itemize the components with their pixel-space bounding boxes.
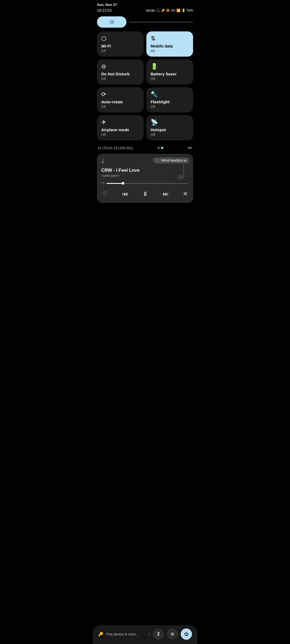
tile-flashlight[interactable]: 🔦 Flashlight Off — [146, 87, 193, 112]
tile-auto-rotate-title: Auto-rotate — [101, 100, 139, 104]
dnd-icon: ⊖ — [101, 64, 139, 69]
build-text: 13 (TD1A.221105.001) — [97, 146, 133, 150]
media-info: CRW - I Feel Love <unknown> — [101, 168, 189, 178]
headphone-icon: 🎧 — [156, 9, 160, 12]
tile-dnd-subtitle: Off — [101, 77, 139, 81]
tile-mobile-data-title: Mobile data — [151, 44, 189, 48]
quick-settings-grid: ⬡ Wi-Fi Off ⇅ Mobile data 4G ⊖ Do Not Di… — [93, 30, 197, 143]
auto-rotate-icon: ⟳ — [101, 92, 139, 97]
progress-fill — [107, 183, 123, 184]
mute-icon: 🔕 — [166, 9, 170, 12]
dot-2[interactable] — [161, 147, 163, 149]
flashlight-icon: 🔦 — [151, 92, 189, 97]
build-info-row: 13 (TD1A.221105.001) ✏ — [93, 143, 197, 153]
tile-auto-rotate-subtitle: Off — [101, 105, 139, 109]
media-title: CRW - I Feel Love — [101, 168, 189, 173]
battery-label: 54% — [187, 9, 193, 12]
progress-thumb — [122, 182, 124, 185]
tile-wifi[interactable]: ⬡ Wi-Fi Off — [97, 31, 144, 57]
media-controls: ♡ ⏮ ⏸ ⏭ ✕ — [101, 189, 189, 199]
tile-airplane[interactable]: ✈ Airplane mode Off — [97, 115, 144, 140]
progress-wave-icon: 〜 — [101, 181, 105, 186]
next-button[interactable]: ⏭ — [162, 189, 170, 199]
progress-bar[interactable] — [107, 183, 189, 184]
wifi-icon: ⬡ — [101, 36, 139, 42]
network-label: 4G — [171, 9, 175, 12]
vpn-key-icon: 🔑 — [161, 9, 165, 12]
like-button[interactable]: ♡ — [101, 189, 109, 199]
hotspot-icon: 📡 — [151, 119, 189, 125]
battery-icon: 🔋 — [182, 9, 186, 12]
tile-flashlight-subtitle: Off — [151, 105, 189, 109]
brightness-pill[interactable]: ⚙️ — [97, 16, 126, 28]
media-note-small-icon: ♩ — [101, 158, 104, 164]
tile-mobile-data-subtitle: 4G — [151, 49, 189, 53]
tile-wifi-subtitle: Off — [101, 49, 139, 53]
prev-button[interactable]: ⏮ — [121, 189, 129, 199]
tile-battery-saver-title: Battery Saver — [151, 72, 189, 76]
tile-auto-rotate[interactable]: ⟳ Auto-rotate Off — [97, 87, 144, 112]
brightness-track[interactable] — [129, 22, 193, 23]
time-display: 19:13:53 — [97, 8, 112, 13]
tile-battery-saver[interactable]: 🔋 Battery Saver Off — [146, 59, 193, 85]
dot-1[interactable] — [158, 147, 160, 149]
tile-hotspot-subtitle: Off — [151, 133, 189, 137]
page-dots — [158, 147, 163, 149]
battery-saver-icon: 🔋 — [151, 64, 189, 69]
headphone-badge-icon: 🎧 — [156, 159, 160, 162]
close-media-button[interactable]: ✕ — [182, 189, 189, 199]
brightness-icon: ⚙️ — [109, 19, 115, 25]
tile-airplane-title: Airplane mode — [101, 127, 139, 132]
tile-dnd[interactable]: ⊖ Do Not Disturb Off — [97, 59, 144, 85]
edit-icon[interactable]: ✏ — [188, 145, 193, 151]
pause-button[interactable]: ⏸ — [141, 189, 149, 199]
mobile-data-icon: ⇅ — [151, 36, 189, 42]
tile-mobile-data[interactable]: ⇅ Mobile data 4G — [146, 31, 193, 57]
airplane-icon: ✈ — [101, 119, 139, 125]
tile-dnd-title: Do Not Disturb — [101, 72, 139, 76]
carrier-label: WOM — [146, 9, 155, 13]
brightness-row: ⚙️ — [93, 14, 197, 30]
signal-icon: 📶 — [176, 9, 180, 12]
media-card: ♩ 🎧 Wired headphone ♩ CRW - I Feel Love … — [97, 154, 193, 203]
tile-airplane-subtitle: Off — [101, 133, 139, 137]
tile-flashlight-title: Flashlight — [151, 100, 189, 104]
media-artist: <unknown> — [101, 174, 189, 178]
date-display: Sun, Nov 27 — [97, 3, 193, 7]
tile-battery-saver-subtitle: Off — [151, 77, 189, 81]
tile-hotspot[interactable]: 📡 Hotspot Off — [146, 115, 193, 140]
status-bar: Sun, Nov 27 19:13:53 WOM 🎧 🔑 🔕 4G 📶 🔋 54… — [93, 0, 197, 14]
tile-hotspot-title: Hotspot — [151, 127, 189, 132]
tile-wifi-title: Wi-Fi — [101, 44, 139, 48]
status-icons: WOM 🎧 🔑 🔕 4G 📶 🔋 54% — [146, 9, 193, 13]
